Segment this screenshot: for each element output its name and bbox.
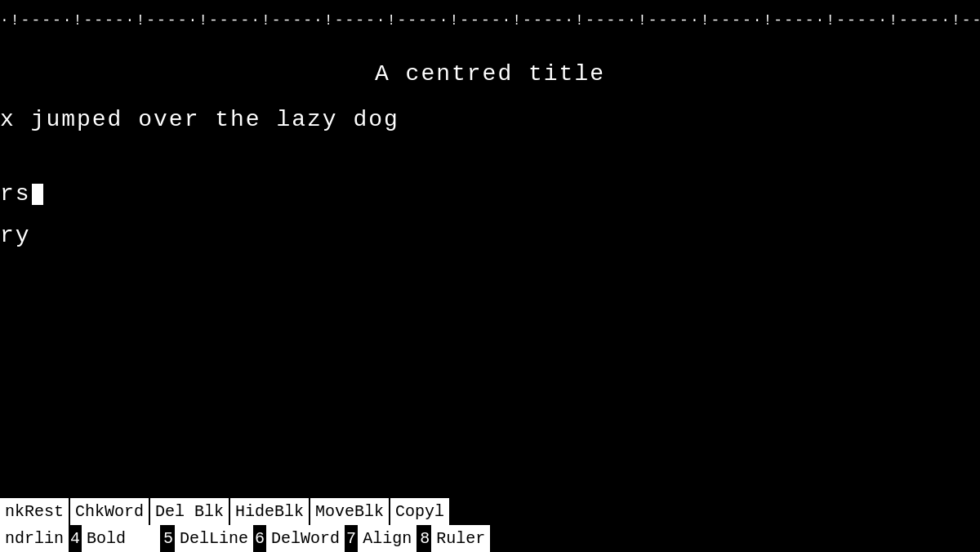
menu-item-nkrest[interactable]: nkRest xyxy=(0,498,69,525)
menu-number-6: 6 xyxy=(253,525,266,552)
ruler: ·!----·!----·!----·!----·!----·!----·!--… xyxy=(0,0,980,41)
menu-item-del-blk[interactable]: Del Blk xyxy=(150,498,229,525)
menu-item-hideblk[interactable]: HideBlk xyxy=(230,498,309,525)
menu-item-copyl[interactable]: Copyl xyxy=(390,498,449,525)
menu-item-delword[interactable]: DelWord xyxy=(266,525,345,552)
menu-row-2: ndrlin 4 Bold 5 DelLine 6 DelWord 7 Alig… xyxy=(0,525,980,552)
status-bar: nkRest ChkWord Del Blk HideBlk MoveBlk C… xyxy=(0,498,980,552)
menu-item-delline[interactable]: DelLine xyxy=(175,525,253,552)
menu-item-moveblk[interactable]: MoveBlk xyxy=(310,498,389,525)
menu-item-ndrlin[interactable]: ndrlin xyxy=(0,525,69,552)
centered-title: A centred title xyxy=(0,49,980,99)
menu-number-7: 7 xyxy=(345,525,358,552)
menu-item-bold[interactable]: Bold xyxy=(82,525,160,552)
menu-number-8: 8 xyxy=(418,525,431,552)
menu-item-chkword[interactable]: ChkWord xyxy=(70,498,149,525)
partial-line1: rs xyxy=(0,173,980,215)
body-text: x jumped over the lazy dog xyxy=(0,99,980,140)
ruler-text: ·!----·!----·!----·!----·!----·!----·!--… xyxy=(0,12,980,29)
partial-line2: ry xyxy=(0,215,980,256)
menu-item-ruler[interactable]: Ruler xyxy=(431,525,490,552)
menu-item-align[interactable]: Align xyxy=(358,525,416,552)
cursor xyxy=(32,184,43,205)
editor-area[interactable]: ·!----·!----·!----·!----·!----·!----·!--… xyxy=(0,0,980,498)
menu-number-4: 4 xyxy=(69,525,82,552)
menu-row-1: nkRest ChkWord Del Blk HideBlk MoveBlk C… xyxy=(0,498,980,525)
menu-number-5: 5 xyxy=(162,525,175,552)
content-area: A centred title x jumped over the lazy d… xyxy=(0,41,980,256)
